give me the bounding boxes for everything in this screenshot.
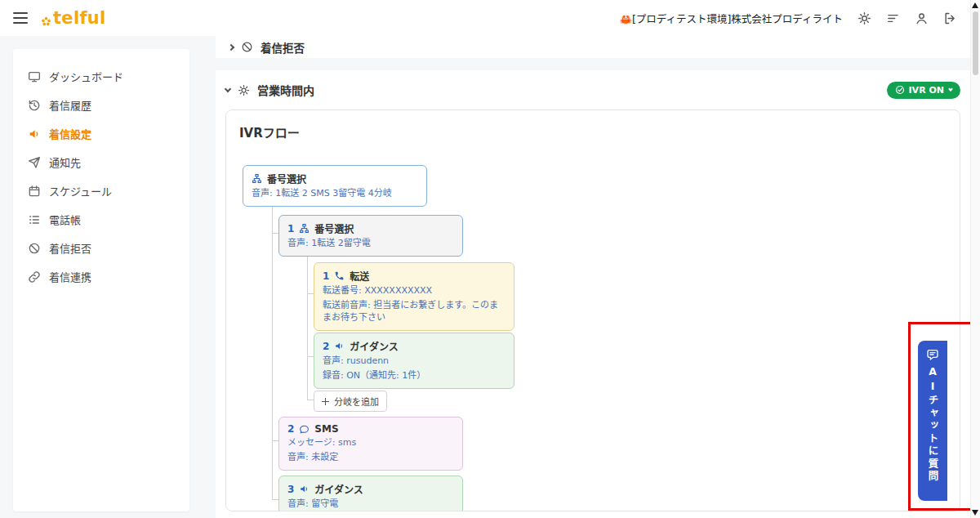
menu-icon[interactable] bbox=[13, 12, 28, 24]
node-title-row: 2 SMS bbox=[287, 423, 454, 435]
chat-bubble-icon bbox=[926, 348, 939, 361]
node-title: ガイダンス bbox=[350, 339, 398, 353]
node-detail: 音声: 未設定 bbox=[287, 452, 454, 464]
user-icon[interactable] bbox=[915, 11, 929, 25]
node-number: 1 bbox=[287, 223, 294, 234]
ban-icon bbox=[28, 242, 41, 255]
org-name: 🦀[プロディテスト環境]株式会社プロディライト bbox=[619, 11, 843, 26]
add-branch-label: 分岐を追加 bbox=[334, 395, 379, 408]
sidebar-item-label: 着信設定 bbox=[49, 126, 91, 141]
node-detail: 音声: rusudenn bbox=[323, 355, 506, 368]
dashboard-icon bbox=[28, 70, 41, 83]
tree-connector bbox=[307, 293, 314, 294]
ai-chat-label: AIチャットに質問 bbox=[925, 365, 941, 484]
ivr-flow-card: IVRフロー 番号選択 音声: 1転送 2 SMS 3留守電 4分岐 1 番号選… bbox=[225, 109, 960, 511]
ivr-on-badge[interactable]: IVR ON bbox=[887, 82, 960, 99]
node-detail: 転送前音声: 担当者にお繋ぎします。このままお待ち下さい bbox=[323, 300, 506, 324]
chevron-right-icon bbox=[228, 43, 234, 50]
node-title-row: 3 ガイダンス bbox=[287, 482, 454, 496]
sidebar-item-notify[interactable]: 通知先 bbox=[13, 148, 189, 176]
tree-connector bbox=[272, 233, 278, 234]
sidebar-item-label: 通知先 bbox=[49, 154, 81, 170]
ai-chat-button[interactable]: AIチャットに質問 bbox=[918, 341, 947, 501]
node-detail: 音声: 1転送 2留守電 bbox=[287, 238, 454, 250]
sidebar-item-dashboard[interactable]: ダッシュボード bbox=[13, 62, 189, 91]
app-logo[interactable]: telful bbox=[41, 10, 106, 27]
node-number: 3 bbox=[287, 484, 294, 495]
node-detail: 転送番号: XXXXXXXXXXX bbox=[323, 285, 506, 297]
plus-icon bbox=[322, 398, 329, 405]
logo-text: telful bbox=[53, 10, 106, 27]
add-branch-button[interactable]: 分岐を追加 bbox=[314, 391, 387, 412]
node-title-row: 1 番号選択 bbox=[287, 221, 454, 235]
node-title-row: 2 ガイダンス bbox=[323, 339, 506, 353]
sidebar-item-label: 着信連携 bbox=[49, 269, 91, 284]
section-title: 営業時間内 bbox=[257, 82, 314, 98]
topbar: telful 🦀[プロディテスト環境]株式会社プロディライト bbox=[0, 0, 970, 36]
ivr-node-transfer[interactable]: 1 転送 転送番号: XXXXXXXXXXX 転送前音声: 担当者にお繋ぎします… bbox=[314, 262, 514, 331]
scroll-up-arrow-icon[interactable] bbox=[972, 2, 978, 8]
node-detail: 音声: 留守電 bbox=[287, 498, 454, 511]
sidebar-item-label: 電話帳 bbox=[49, 212, 81, 227]
scrollbar-thumb[interactable] bbox=[973, 11, 978, 75]
sitemap-icon bbox=[252, 173, 262, 184]
badge-label: IVR ON bbox=[909, 85, 944, 96]
scroll-down-arrow-icon[interactable] bbox=[972, 510, 978, 516]
brightness-icon[interactable] bbox=[858, 11, 871, 25]
ivr-node-guidance-2[interactable]: 3 ガイダンス 音声: 留守電 録音: ON（通知先: 1件） bbox=[278, 476, 463, 511]
tree-connector bbox=[272, 200, 273, 499]
ivr-node-guidance-1[interactable]: 2 ガイダンス 音声: rusudenn 録音: ON（通知先: 1件） bbox=[314, 333, 514, 389]
sun-icon bbox=[238, 84, 250, 96]
phone-icon bbox=[334, 270, 345, 281]
ivr-node-sms[interactable]: 2 SMS メッセージ: sms 音声: 未設定 bbox=[278, 417, 463, 471]
list-icon[interactable] bbox=[886, 11, 900, 25]
sidebar: ダッシュボード 着信履歴 着信設定 通知先 スケジュール 電話帳 着信拒否 着信… bbox=[13, 49, 189, 511]
node-number: 2 bbox=[323, 341, 329, 352]
sidebar-item-label: 着信拒否 bbox=[49, 240, 91, 256]
send-icon bbox=[28, 156, 41, 169]
logout-icon[interactable] bbox=[943, 11, 957, 25]
history-icon bbox=[28, 99, 41, 112]
vertical-scrollbar[interactable] bbox=[970, 0, 980, 518]
node-number: 1 bbox=[323, 270, 329, 282]
node-title: 転送 bbox=[350, 269, 369, 283]
section-call-reject[interactable]: 着信拒否 bbox=[216, 36, 970, 58]
chat-bubble-icon bbox=[299, 424, 310, 435]
node-title-row: 1 転送 bbox=[323, 269, 506, 283]
tree-connector bbox=[272, 499, 278, 500]
ivr-node-number-select-root[interactable]: 番号選択 音声: 1転送 2 SMS 3留守電 4分岐 bbox=[243, 165, 427, 207]
node-detail: メッセージ: sms bbox=[287, 437, 454, 449]
sidebar-item-label: ダッシュボード bbox=[49, 69, 123, 84]
sidebar-item-label: スケジュール bbox=[49, 183, 112, 199]
ban-icon bbox=[241, 41, 253, 53]
sidebar-item-phonebook[interactable]: 電話帳 bbox=[13, 205, 189, 234]
section-header[interactable]: 営業時間内 IVR ON bbox=[225, 70, 960, 109]
sidebar-item-call-settings[interactable]: 着信設定 bbox=[13, 119, 189, 148]
node-title: 番号選択 bbox=[314, 221, 354, 235]
node-detail: 音声: 1転送 2 SMS 3留守電 4分岐 bbox=[252, 188, 418, 200]
node-title: ガイダンス bbox=[314, 482, 363, 496]
speaker-icon bbox=[28, 127, 41, 141]
section-business-hours: 営業時間内 IVR ON IVRフロー 番号選択 音声: 1転送 2 SMS 3… bbox=[216, 70, 970, 518]
tree-connector bbox=[307, 251, 308, 400]
ivr-node-number-select-1[interactable]: 1 番号選択 音声: 1転送 2留守電 bbox=[278, 215, 463, 257]
node-title: SMS bbox=[314, 423, 338, 435]
sidebar-item-label: 着信履歴 bbox=[49, 97, 91, 113]
sidebar-item-call-history[interactable]: 着信履歴 bbox=[13, 91, 189, 119]
node-number: 2 bbox=[287, 423, 294, 435]
check-circle-icon bbox=[895, 85, 905, 95]
phonebook-icon bbox=[28, 213, 41, 226]
sidebar-item-call-link[interactable]: 着信連携 bbox=[13, 262, 189, 291]
section-title: 着信拒否 bbox=[261, 39, 305, 56]
node-title: 番号選択 bbox=[267, 172, 306, 185]
node-detail: 録音: ON（通知先: 1件） bbox=[323, 370, 506, 382]
logo-flower-icon bbox=[41, 16, 51, 27]
sidebar-item-call-reject[interactable]: 着信拒否 bbox=[13, 234, 189, 262]
speaker-icon bbox=[299, 484, 310, 494]
topbar-right: 🦀[プロディテスト環境]株式会社プロディライト bbox=[619, 11, 957, 26]
tree-connector bbox=[272, 440, 278, 441]
ivr-card-title: IVRフロー bbox=[239, 123, 300, 141]
node-title-row: 番号選択 bbox=[252, 172, 418, 185]
sidebar-item-schedule[interactable]: スケジュール bbox=[13, 176, 189, 205]
tree-connector bbox=[307, 356, 314, 357]
